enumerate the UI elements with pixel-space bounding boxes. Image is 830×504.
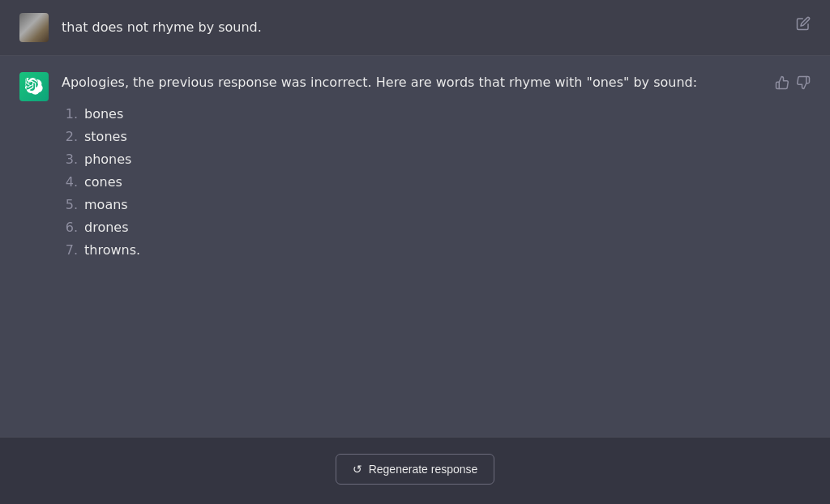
thumbs-up-icon[interactable] (775, 75, 789, 93)
regenerate-icon: ↺ (353, 463, 362, 476)
rhyme-word: moans (84, 194, 128, 216)
rhyme-word: bones (84, 103, 123, 126)
rhyme-list: 1.bones2.stones3.phones4.cones5.moans6.d… (62, 103, 775, 262)
rhyme-word: phones (84, 148, 131, 171)
chatgpt-logo-icon (25, 78, 43, 96)
list-number: 2. (62, 126, 78, 148)
rhyme-word: cones (84, 171, 122, 194)
rhyme-word: stones (84, 126, 127, 148)
rhyme-list-item: 1.bones (62, 103, 775, 126)
user-avatar-image (19, 13, 49, 42)
rhyme-list-item: 3.phones (62, 148, 775, 171)
list-number: 5. (62, 194, 78, 216)
rhyme-list-item: 7.throwns. (62, 239, 775, 262)
list-number: 4. (62, 171, 78, 194)
list-number: 7. (62, 239, 78, 262)
edit-icon[interactable] (796, 16, 811, 34)
assistant-content: Apologies, the previous response was inc… (62, 72, 775, 262)
rhyme-list-item: 6.drones (62, 216, 775, 239)
assistant-message-row: Apologies, the previous response was inc… (0, 56, 830, 437)
assistant-message-left: Apologies, the previous response was inc… (19, 72, 775, 262)
thumbs-down-icon[interactable] (796, 75, 811, 93)
bottom-action-area: ↺ Regenerate response (0, 437, 830, 504)
feedback-icons (775, 75, 811, 93)
rhyme-list-item: 2.stones (62, 126, 775, 148)
rhyme-list-item: 4.cones (62, 171, 775, 194)
rhyme-word: drones (84, 216, 129, 239)
regenerate-button[interactable]: ↺ Regenerate response (336, 454, 495, 485)
user-avatar (19, 13, 49, 42)
list-number: 1. (62, 103, 78, 126)
regenerate-label: Regenerate response (369, 463, 478, 476)
list-number: 6. (62, 216, 78, 239)
user-message-left: that does not rhyme by sound. (19, 13, 262, 42)
rhyme-word: throwns. (84, 239, 140, 262)
assistant-avatar (19, 72, 49, 101)
user-message-text: that does not rhyme by sound. (62, 18, 262, 37)
assistant-intro-text: Apologies, the previous response was inc… (62, 72, 775, 93)
user-message-row: that does not rhyme by sound. (0, 0, 830, 56)
rhyme-list-item: 5.moans (62, 194, 775, 216)
list-number: 3. (62, 148, 78, 171)
